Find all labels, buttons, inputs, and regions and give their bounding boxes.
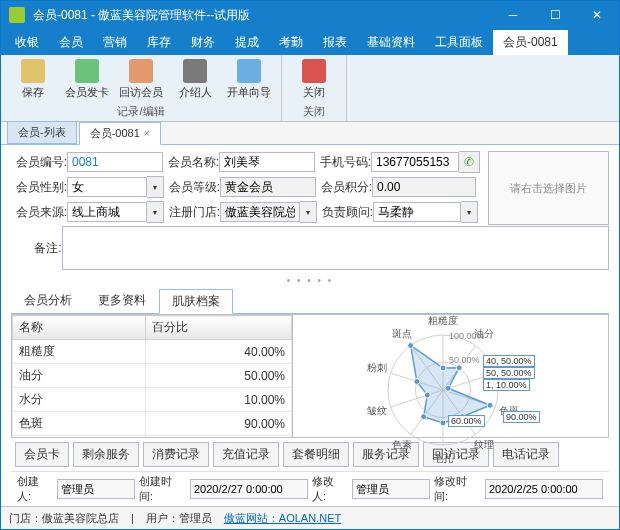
- source-select[interactable]: [67, 202, 147, 222]
- svg-text:毛孔: 毛孔: [433, 453, 453, 464]
- ribbon: 保存会员发卡回访会员介绍人开单向导记录/编辑关闭关闭: [1, 55, 619, 122]
- memo-label: 备注:: [11, 240, 62, 257]
- chart-data-label: 1, 10.00%: [483, 379, 530, 391]
- sub-tab-0[interactable]: 会员分析: [11, 288, 85, 313]
- svg-point-23: [440, 365, 446, 371]
- mtime-label: 修改时间:: [434, 474, 481, 504]
- modifier-field: [352, 479, 430, 499]
- svg-point-28: [440, 420, 446, 426]
- svg-point-29: [421, 414, 427, 420]
- close-tab-icon[interactable]: ×: [144, 128, 150, 139]
- member-id-input[interactable]: [67, 152, 163, 172]
- record-btn-充值记录[interactable]: 充值记录: [213, 442, 279, 467]
- level-input: [220, 177, 316, 197]
- col-name[interactable]: 名称: [13, 316, 146, 340]
- table-row[interactable]: 油分50.00%: [13, 364, 292, 388]
- sub-tab-2[interactable]: 肌肤档案: [159, 289, 233, 314]
- svg-point-31: [414, 379, 420, 385]
- ribbon-回访会员[interactable]: 回访会员: [115, 57, 167, 102]
- ribbon-开单向导[interactable]: 开单向导: [223, 57, 275, 102]
- branch-select[interactable]: [220, 202, 300, 222]
- menu-2[interactable]: 营销: [93, 30, 137, 55]
- advisor-label: 负责顾问:: [317, 204, 373, 221]
- website-link[interactable]: 傲蓝网站：AOLAN.NET: [224, 511, 341, 526]
- chart-data-label: 60.00%: [448, 415, 485, 427]
- table-row[interactable]: 粗糙度40.00%: [13, 340, 292, 364]
- advisor-select[interactable]: [373, 202, 461, 222]
- menu-5[interactable]: 提成: [225, 30, 269, 55]
- record-btn-会员卡[interactable]: 会员卡: [15, 442, 69, 467]
- chevron-down-icon[interactable]: ▾: [147, 201, 164, 223]
- record-btn-剩余服务[interactable]: 剩余服务: [73, 442, 139, 467]
- col-percent[interactable]: 百分比: [146, 316, 292, 340]
- ctime-field: [190, 479, 308, 499]
- source-label: 会员来源:: [11, 204, 67, 221]
- svg-point-32: [408, 343, 414, 349]
- menu-6[interactable]: 考勤: [269, 30, 313, 55]
- chart-data-label: 50, 50.00%: [483, 367, 535, 379]
- sub-tab-1[interactable]: 更多资料: [85, 288, 159, 313]
- close-button[interactable]: ✕: [583, 1, 611, 29]
- minimize-button[interactable]: ─: [499, 1, 527, 29]
- ribbon-会员发卡[interactable]: 会员发卡: [61, 57, 113, 102]
- ribbon-关闭[interactable]: 关闭: [288, 57, 340, 102]
- level-label: 会员等级:: [164, 179, 220, 196]
- member-name-label: 会员名称:: [163, 154, 219, 171]
- svg-text:粉刺: 粉刺: [367, 362, 387, 373]
- creator-label: 创建人:: [17, 474, 53, 504]
- menu-0[interactable]: 收银: [5, 30, 49, 55]
- record-btn-消费记录[interactable]: 消费记录: [143, 442, 209, 467]
- menu-7[interactable]: 报表: [313, 30, 357, 55]
- branch-label: 注册门店:: [164, 204, 220, 221]
- phone-input[interactable]: [371, 152, 459, 172]
- phone-icon[interactable]: ✆: [459, 151, 480, 173]
- radar-chart: 粗糙度油分水分色斑纹理毛孔色素皱纹粉刺斑点50.00%100.00%40, 50…: [293, 314, 609, 438]
- menu-3[interactable]: 库存: [137, 30, 181, 55]
- menu-1[interactable]: 会员: [49, 30, 93, 55]
- app-icon: [9, 7, 25, 23]
- ribbon-保存[interactable]: 保存: [7, 57, 59, 102]
- phone-label: 手机号码:: [315, 154, 371, 171]
- window-title: 会员-0081 - 傲蓝美容院管理软件--试用版: [33, 7, 499, 24]
- creator-field: [57, 479, 135, 499]
- ctime-label: 创建时间:: [139, 474, 186, 504]
- svg-text:皱纹: 皱纹: [367, 405, 387, 416]
- titlebar: 会员-0081 - 傲蓝美容院管理软件--试用版 ─ ☐ ✕: [1, 1, 619, 29]
- svg-point-25: [445, 385, 451, 391]
- svg-text:纹理: 纹理: [474, 439, 494, 450]
- maximize-button[interactable]: ☐: [541, 1, 569, 29]
- table-row[interactable]: 色斑90.00%: [13, 412, 292, 436]
- chevron-down-icon[interactable]: ▾: [147, 176, 164, 198]
- document-tabs: 会员-列表会员-0081×: [1, 122, 619, 145]
- points-label: 会员积分:: [316, 179, 372, 196]
- skin-table[interactable]: 名称 百分比 粗糙度40.00%油分50.00%水分10.00%色斑90.00%…: [11, 314, 293, 438]
- menu-10[interactable]: 会员-0081: [493, 30, 568, 55]
- chart-data-label: 90.00%: [503, 411, 540, 423]
- mtime-field: [485, 479, 603, 499]
- table-row[interactable]: 水分10.00%: [13, 388, 292, 412]
- statusbar: 门店：傲蓝美容院总店 | 用户：管理员 傲蓝网站：AOLAN.NET: [1, 506, 619, 529]
- photo-placeholder[interactable]: 请右击选择图片: [488, 151, 609, 225]
- member-name-input[interactable]: [219, 152, 315, 172]
- doc-tab-1[interactable]: 会员-0081×: [79, 122, 161, 145]
- gender-label: 会员性别:: [11, 179, 67, 196]
- modifier-label: 修改人:: [312, 474, 348, 504]
- menu-9[interactable]: 工具面板: [425, 30, 493, 55]
- chart-data-label: 40, 50.00%: [483, 355, 535, 367]
- gender-select[interactable]: [67, 177, 147, 197]
- menu-4[interactable]: 财务: [181, 30, 225, 55]
- menubar: 收银会员营销库存财务提成考勤报表基础资料工具面板会员-0081: [1, 29, 619, 55]
- ribbon-介绍人[interactable]: 介绍人: [169, 57, 221, 102]
- chevron-down-icon[interactable]: ▾: [300, 201, 317, 223]
- chevron-down-icon[interactable]: ▾: [461, 201, 478, 223]
- member-id-label: 会员编号:: [11, 154, 67, 171]
- doc-tab-0[interactable]: 会员-列表: [7, 121, 77, 144]
- memo-textarea[interactable]: [62, 226, 609, 270]
- menu-8[interactable]: 基础资料: [357, 30, 425, 55]
- points-input: [372, 177, 476, 197]
- svg-text:斑点: 斑点: [392, 328, 412, 339]
- svg-point-24: [456, 365, 462, 371]
- svg-text:色素: 色素: [392, 439, 412, 450]
- divider-dots: • • • • •: [11, 275, 609, 286]
- svg-text:100.00%: 100.00%: [449, 331, 485, 341]
